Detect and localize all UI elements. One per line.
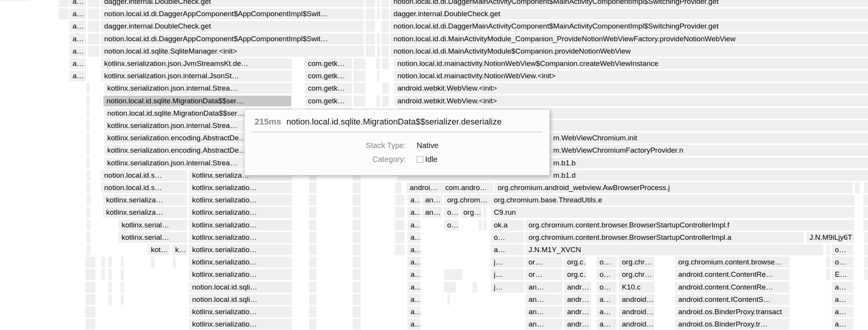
- stack-frame[interactable]: android.content.ContentRe…: [675, 282, 789, 293]
- stack-frame[interactable]: [86, 120, 90, 131]
- stack-frame[interactable]: kotlinx.serializatio…: [189, 182, 292, 193]
- stack-frame[interactable]: [479, 220, 482, 231]
- stack-frame[interactable]: a…: [69, 8, 86, 19]
- stack-frame[interactable]: a…: [407, 306, 420, 317]
- stack-frame[interactable]: notion.local.id.di.DaggerMainActivityCom…: [390, 0, 868, 7]
- stack-frame[interactable]: [353, 257, 361, 268]
- stack-frame[interactable]: [395, 195, 404, 205]
- stack-frame[interactable]: com.getk…: [305, 83, 352, 94]
- stack-frame[interactable]: andr…: [564, 306, 591, 317]
- stack-frame[interactable]: org.chrom…: [444, 195, 490, 205]
- stack-frame[interactable]: android.webkit.WebView.<init>: [394, 96, 868, 106]
- stack-frame[interactable]: an…: [422, 195, 442, 205]
- stack-frame[interactable]: [483, 207, 486, 218]
- stack-frame[interactable]: [376, 96, 380, 106]
- stack-frame[interactable]: [366, 0, 375, 7]
- stack-frame[interactable]: [864, 257, 868, 268]
- stack-frame[interactable]: [354, 71, 365, 81]
- stack-frame[interactable]: dagger.internal.DoubleCheck.get: [390, 8, 868, 19]
- stack-frame[interactable]: android…: [619, 294, 654, 305]
- stack-frame[interactable]: j…: [491, 257, 524, 268]
- stack-frame[interactable]: [444, 269, 463, 280]
- stack-frame[interactable]: dagger.internal.DoubleCheck.get: [101, 21, 364, 32]
- stack-frame[interactable]: [395, 182, 402, 193]
- stack-frame[interactable]: kotlinx.serializatio…: [189, 257, 292, 268]
- stack-frame[interactable]: [86, 133, 90, 143]
- stack-frame[interactable]: org.chromium.content.browse…: [675, 257, 789, 268]
- stack-frame[interactable]: [448, 294, 450, 305]
- stack-frame[interactable]: [382, 8, 389, 19]
- stack-frame[interactable]: a…: [69, 21, 86, 32]
- stack-frame[interactable]: a…: [832, 294, 853, 305]
- stack-frame[interactable]: [59, 0, 69, 7]
- stack-frame[interactable]: o…: [832, 257, 853, 268]
- stack-frame[interactable]: C9.run: [491, 207, 854, 218]
- stack-frame[interactable]: [382, 46, 389, 57]
- stack-frame[interactable]: j…: [491, 269, 524, 280]
- stack-frame[interactable]: [85, 294, 95, 305]
- stack-frame[interactable]: androi…: [407, 182, 442, 193]
- stack-frame[interactable]: android.content.ContentRe…: [675, 269, 789, 280]
- stack-frame[interactable]: [108, 294, 112, 305]
- stack-frame[interactable]: [88, 21, 100, 32]
- stack-frame[interactable]: org.c…: [564, 257, 586, 268]
- stack-frame[interactable]: o…: [596, 282, 616, 293]
- stack-frame[interactable]: a…: [596, 319, 616, 330]
- stack-frame[interactable]: [483, 220, 486, 231]
- stack-frame[interactable]: notion.local.id.di.MainActivityModule_Co…: [390, 34, 868, 44]
- stack-frame[interactable]: a…: [491, 244, 524, 255]
- stack-frame[interactable]: [353, 294, 361, 305]
- stack-frame[interactable]: [826, 257, 830, 268]
- stack-frame[interactable]: [473, 282, 477, 293]
- stack-frame[interactable]: an…: [422, 207, 442, 218]
- stack-frame[interactable]: android.os.BinderProxy.transact: [675, 306, 789, 317]
- stack-frame[interactable]: o…: [596, 269, 616, 280]
- stack-frame[interactable]: com.getk…: [305, 71, 352, 81]
- stack-frame[interactable]: [59, 8, 69, 19]
- stack-frame[interactable]: [377, 71, 379, 81]
- stack-frame[interactable]: [826, 269, 830, 280]
- stack-frame[interactable]: [863, 220, 868, 231]
- stack-frame[interactable]: [366, 46, 375, 57]
- stack-frame[interactable]: [354, 58, 365, 69]
- stack-frame[interactable]: [395, 220, 404, 231]
- stack-frame[interactable]: [108, 257, 112, 268]
- stack-frame[interactable]: [309, 306, 316, 317]
- stack-frame[interactable]: [353, 244, 361, 255]
- stack-frame[interactable]: [382, 34, 389, 44]
- stack-frame[interactable]: notion.local.id.s…: [101, 182, 187, 193]
- stack-frame[interactable]: kotlinx.serialization.json.internal.Stre…: [104, 83, 292, 94]
- stack-frame[interactable]: [309, 257, 316, 268]
- stack-frame[interactable]: kotlinx.serializa…: [103, 207, 187, 218]
- stack-frame[interactable]: [88, 34, 100, 44]
- stack-frame[interactable]: android.os.BinderProxy.tr…: [675, 319, 789, 330]
- stack-frame[interactable]: android.content.IContentS…: [675, 294, 789, 305]
- stack-frame[interactable]: com.andro…: [442, 182, 493, 193]
- stack-frame[interactable]: E…: [832, 269, 853, 280]
- stack-frame[interactable]: or…: [525, 257, 562, 268]
- stack-frame[interactable]: org.chr…: [619, 269, 654, 280]
- stack-frame[interactable]: [101, 257, 105, 268]
- stack-frame[interactable]: kotlinx.serial…: [118, 232, 187, 243]
- stack-frame[interactable]: [309, 182, 316, 193]
- stack-frame[interactable]: [353, 182, 361, 193]
- stack-frame[interactable]: [309, 195, 316, 205]
- stack-frame[interactable]: a…: [407, 220, 420, 231]
- stack-frame[interactable]: [353, 220, 361, 231]
- stack-frame[interactable]: com.getk…: [305, 96, 352, 106]
- stack-frame[interactable]: a…: [407, 269, 420, 280]
- stack-frame[interactable]: [88, 8, 100, 19]
- stack-frame[interactable]: [395, 244, 404, 255]
- stack-frame[interactable]: [151, 257, 155, 268]
- stack-frame[interactable]: a…: [407, 207, 420, 218]
- stack-frame[interactable]: [309, 282, 316, 293]
- stack-frame[interactable]: dagger.internal.DoubleCheck.get: [101, 0, 364, 7]
- stack-frame[interactable]: [377, 34, 380, 44]
- stack-frame[interactable]: org.chromium.content.browser.BrowserStar…: [525, 232, 804, 243]
- stack-frame[interactable]: [382, 96, 389, 106]
- stack-frame[interactable]: [382, 83, 389, 94]
- stack-frame[interactable]: notion.local.id.di.DaggerAppComponent$Ap…: [101, 8, 364, 19]
- stack-frame[interactable]: an…: [525, 306, 562, 317]
- stack-frame[interactable]: [309, 294, 316, 305]
- stack-frame[interactable]: org.chromium.content.browser.BrowserStar…: [525, 220, 854, 231]
